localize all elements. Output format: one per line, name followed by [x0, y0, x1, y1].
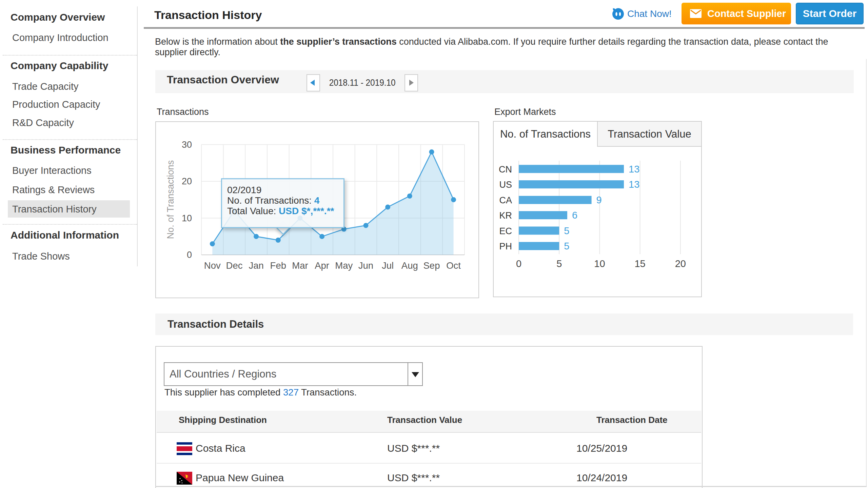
svg-text:US: US: [499, 180, 512, 190]
svg-text:EC: EC: [499, 226, 512, 236]
svg-text:May: May: [335, 260, 353, 271]
svg-text:No. of Transactions: No. of Transactions: [165, 160, 176, 239]
svg-text:Sep: Sep: [423, 260, 440, 271]
svg-text:PH: PH: [499, 241, 512, 251]
svg-text:Jun: Jun: [358, 260, 373, 271]
svg-text:20: 20: [675, 258, 686, 269]
svg-text:20: 20: [182, 176, 192, 186]
svg-text:0: 0: [516, 258, 521, 269]
svg-text:0: 0: [187, 250, 192, 260]
svg-text:Feb: Feb: [270, 260, 286, 271]
svg-text:KR: KR: [499, 210, 512, 221]
svg-text:5: 5: [564, 241, 569, 251]
svg-text:Nov: Nov: [204, 260, 221, 271]
svg-text:CA: CA: [499, 195, 512, 205]
svg-text:Apr: Apr: [315, 260, 329, 271]
svg-text:13: 13: [629, 179, 639, 190]
svg-text:5: 5: [564, 225, 569, 236]
svg-text:15: 15: [634, 258, 645, 269]
svg-text:10: 10: [594, 258, 605, 269]
svg-text:Aug: Aug: [401, 260, 418, 271]
svg-text:13: 13: [629, 164, 639, 175]
svg-text:Dec: Dec: [226, 260, 243, 271]
svg-text:CN: CN: [499, 164, 512, 175]
svg-text:10: 10: [182, 213, 192, 223]
svg-text:Mar: Mar: [292, 260, 308, 271]
svg-text:Jan: Jan: [249, 260, 263, 271]
svg-text:Jul: Jul: [382, 260, 394, 271]
svg-text:Oct: Oct: [446, 260, 461, 271]
svg-text:9: 9: [596, 195, 602, 205]
svg-text:5: 5: [556, 258, 562, 269]
svg-text:6: 6: [572, 210, 577, 221]
svg-text:30: 30: [182, 140, 192, 150]
